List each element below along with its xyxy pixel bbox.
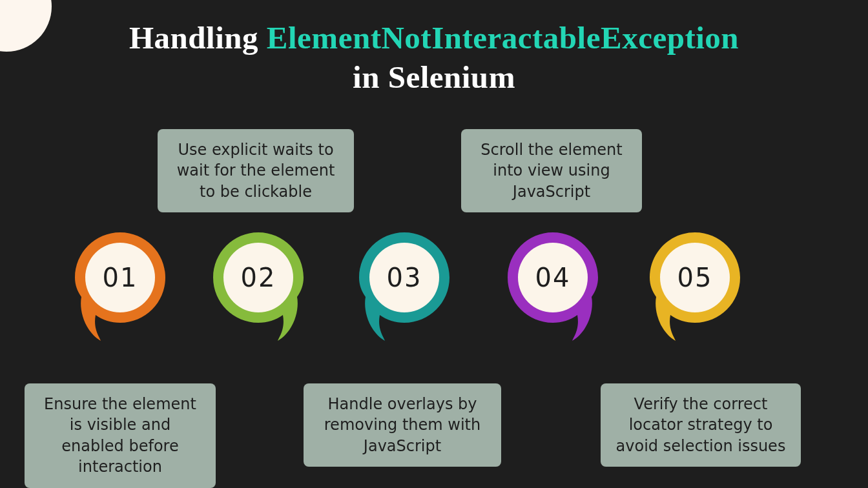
steps-stage: 01Ensure the element is visible and enab… [0, 124, 868, 485]
step-tip-02: Use explicit waits to wait for the eleme… [158, 129, 354, 212]
step-badge-02: 02 [213, 232, 304, 336]
step-tip-04: Scroll the element into view using JavaS… [461, 129, 642, 212]
step-tip-03: Handle overlays by removing them with Ja… [304, 383, 501, 467]
title-part2: in Selenium [353, 59, 515, 95]
step-number: 05 [660, 243, 730, 312]
step-badge-05: 05 [650, 232, 740, 336]
page-title: Handling ElementNotInteractableException… [0, 0, 868, 97]
step-number: 04 [518, 243, 588, 312]
step-number: 03 [369, 243, 439, 312]
title-accent: ElementNotInteractableException [267, 20, 739, 56]
title-part1: Handling [129, 20, 267, 56]
step-tip-05: Verify the correct locator strategy to a… [601, 383, 801, 467]
step-tip-01: Ensure the element is visible and enable… [25, 383, 216, 488]
step-badge-01: 01 [75, 232, 165, 336]
step-badge-04: 04 [508, 232, 598, 336]
step-badge-03: 03 [359, 232, 450, 336]
step-number: 02 [223, 243, 293, 312]
step-number: 01 [85, 243, 155, 312]
